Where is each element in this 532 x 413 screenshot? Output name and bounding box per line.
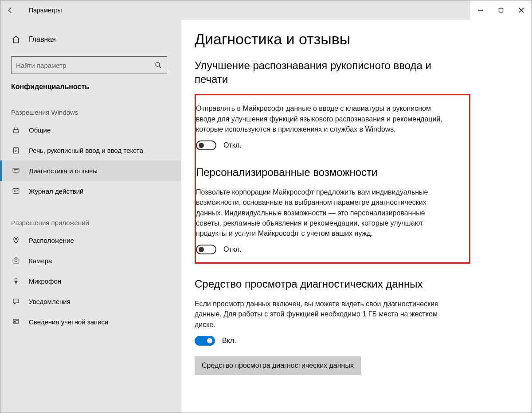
sidebar: Главная Конфиденциальность Разрешения Wi… xyxy=(0,20,181,413)
section-desc-diagviewer: Если просмотр данных включен, вы можете … xyxy=(195,299,443,330)
search-input[interactable] xyxy=(16,62,154,69)
section-heading-tailored: Персонализированные возможности xyxy=(196,165,464,179)
close-icon xyxy=(519,8,524,13)
maximize-button[interactable] xyxy=(491,0,511,20)
diagnostic-viewer-button[interactable]: Средство просмотра диагностических данны… xyxy=(195,356,361,375)
arrow-left-icon xyxy=(6,6,14,14)
minimize-button[interactable] xyxy=(470,0,491,20)
home-label: Главная xyxy=(29,35,56,43)
sidebar-item-general[interactable]: Общие xyxy=(0,120,181,140)
titlebar: Параметры xyxy=(0,0,532,20)
sidebar-item-camera[interactable]: Камера xyxy=(0,250,181,271)
section-desc-tailored: Позвольте корпорации Майкрософт предложи… xyxy=(196,187,444,238)
svg-point-1 xyxy=(156,62,160,66)
group-app-permissions: Разрешения приложений xyxy=(0,201,181,230)
camera-icon xyxy=(11,257,21,265)
sidebar-item-speech[interactable]: Речь, рукописный ввод и ввод текста xyxy=(0,140,181,160)
minimize-icon xyxy=(478,8,483,13)
sidebar-item-notifications[interactable]: Уведомления xyxy=(0,291,181,312)
page-title: Диагностика и отзывы xyxy=(195,31,532,48)
svg-point-6 xyxy=(15,238,17,240)
account-icon xyxy=(11,318,21,326)
sidebar-item-activity-history[interactable]: Журнал действий xyxy=(0,181,181,201)
toggle-inking[interactable] xyxy=(196,140,216,150)
home-link[interactable]: Главная xyxy=(0,31,181,48)
toggle-tailored[interactable] xyxy=(196,245,216,254)
sidebar-item-label: Уведомления xyxy=(29,298,70,305)
group-windows-permissions: Разрешения Windows xyxy=(0,91,181,120)
toggle-diagviewer[interactable] xyxy=(195,336,215,346)
clipboard-icon xyxy=(11,146,21,154)
history-icon xyxy=(11,187,21,195)
close-button[interactable] xyxy=(511,0,532,20)
svg-rect-0 xyxy=(499,8,503,12)
section-heading-inking: Улучшение распознавания рукописного ввод… xyxy=(195,58,443,86)
sidebar-item-label: Микрофон xyxy=(29,277,61,285)
search-icon xyxy=(154,61,162,69)
svg-rect-2 xyxy=(14,129,19,133)
mic-icon xyxy=(11,277,21,285)
toggle-inking-state: Откл. xyxy=(223,141,242,149)
maximize-icon xyxy=(498,8,504,13)
feedback-icon xyxy=(11,167,21,175)
category-title: Конфиденциальность xyxy=(0,74,181,91)
settings-window: Параметры Главная xyxy=(0,0,532,413)
sidebar-item-account-info[interactable]: Сведения учетной записи xyxy=(0,312,181,332)
svg-point-8 xyxy=(15,260,17,262)
toggle-diagviewer-state: Вкл. xyxy=(222,337,236,345)
svg-rect-5 xyxy=(13,189,19,194)
back-button[interactable] xyxy=(0,0,20,20)
sidebar-item-label: Журнал действий xyxy=(29,187,83,195)
toggle-tailored-state: Откл. xyxy=(223,245,242,253)
location-icon xyxy=(11,236,21,244)
window-title: Параметры xyxy=(29,7,62,14)
home-icon xyxy=(11,35,21,44)
sidebar-item-diagnostics[interactable]: Диагностика и отзывы xyxy=(0,160,181,181)
sidebar-item-label: Общие xyxy=(29,126,51,134)
sidebar-item-label: Сведения учетной записи xyxy=(29,318,109,326)
lock-icon xyxy=(11,126,21,134)
content-pane[interactable]: Диагностика и отзывы Улучшение распознав… xyxy=(181,20,532,413)
notification-icon xyxy=(11,297,21,305)
section-heading-diagviewer: Средство просмотра диагностических данны… xyxy=(195,277,469,291)
sidebar-item-label: Диагностика и отзывы xyxy=(29,167,98,175)
section-desc-inking: Отправлять в Майкрософт данные о вводе с… xyxy=(196,103,444,134)
sidebar-item-location[interactable]: Расположение xyxy=(0,230,181,250)
sidebar-item-label: Речь, рукописный ввод и ввод текста xyxy=(29,147,143,154)
highlighted-region: Отправлять в Майкрософт данные о вводе с… xyxy=(195,94,470,264)
sidebar-item-microphone[interactable]: Микрофон xyxy=(0,271,181,291)
sidebar-item-label: Камера xyxy=(29,257,52,265)
search-box[interactable] xyxy=(11,56,167,74)
svg-rect-4 xyxy=(13,168,19,172)
window-controls xyxy=(470,0,532,20)
svg-rect-9 xyxy=(15,278,17,281)
sidebar-item-label: Расположение xyxy=(29,237,74,244)
